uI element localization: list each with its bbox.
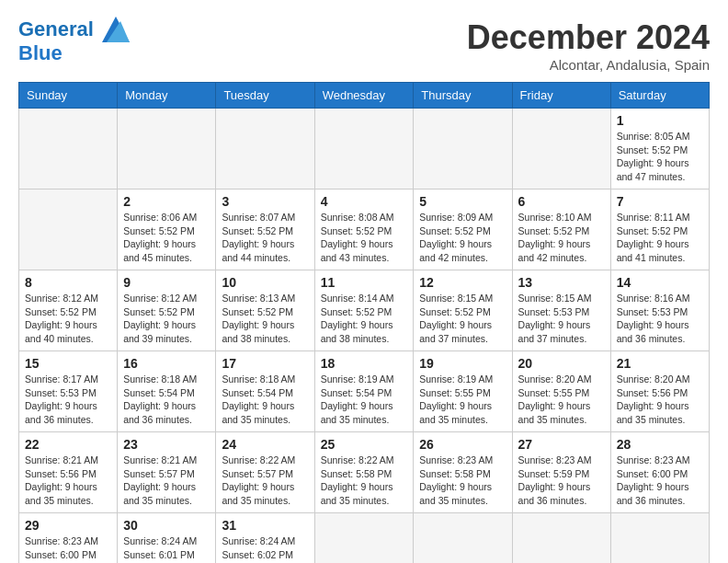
day-number: 22	[25, 437, 111, 452]
calendar-day: 26Sunrise: 8:23 AMSunset: 5:58 PMDayligh…	[414, 432, 512, 513]
empty-cell	[118, 109, 216, 190]
header-tuesday: Tuesday	[216, 83, 314, 109]
day-info: Sunrise: 8:22 AMSunset: 5:57 PMDaylight:…	[222, 454, 295, 506]
day-number: 20	[518, 356, 605, 371]
day-number: 10	[222, 275, 308, 290]
week-row: 1Sunrise: 8:05 AMSunset: 5:52 PMDaylight…	[19, 109, 710, 190]
calendar: SundayMondayTuesdayWednesdayThursdayFrid…	[18, 82, 710, 563]
week-row: 15Sunrise: 8:17 AMSunset: 5:53 PMDayligh…	[19, 351, 710, 432]
day-number: 25	[321, 437, 408, 452]
calendar-day: 27Sunrise: 8:23 AMSunset: 5:59 PMDayligh…	[512, 432, 610, 513]
day-info: Sunrise: 8:16 AMSunset: 5:53 PMDaylight:…	[617, 293, 690, 344]
calendar-day: 29Sunrise: 8:23 AMSunset: 6:00 PMDayligh…	[19, 513, 118, 564]
day-number: 16	[123, 356, 210, 371]
day-number: 29	[25, 518, 111, 533]
day-info: Sunrise: 8:09 AMSunset: 5:52 PMDaylight:…	[419, 212, 493, 263]
day-info: Sunrise: 8:05 AMSunset: 5:52 PMDaylight:…	[617, 131, 690, 182]
day-info: Sunrise: 8:23 AMSunset: 6:00 PMDaylight:…	[25, 535, 98, 563]
calendar-day: 5Sunrise: 8:09 AMSunset: 5:52 PMDaylight…	[414, 190, 512, 270]
month-title: December 2024	[467, 18, 710, 57]
empty-cell	[414, 109, 512, 190]
day-number: 5	[419, 194, 506, 209]
empty-cell	[314, 109, 414, 190]
header-wednesday: Wednesday	[314, 83, 414, 109]
week-row: 29Sunrise: 8:23 AMSunset: 6:00 PMDayligh…	[19, 513, 710, 564]
calendar-day: 31Sunrise: 8:24 AMSunset: 6:02 PMDayligh…	[216, 513, 314, 564]
calendar-day: 14Sunrise: 8:16 AMSunset: 5:53 PMDayligh…	[610, 270, 709, 351]
calendar-header-row: SundayMondayTuesdayWednesdayThursdayFrid…	[19, 83, 710, 109]
day-info: Sunrise: 8:24 AMSunset: 6:01 PMDaylight:…	[123, 535, 197, 563]
week-row: 8Sunrise: 8:12 AMSunset: 5:52 PMDaylight…	[19, 270, 710, 351]
calendar-day: 10Sunrise: 8:13 AMSunset: 5:52 PMDayligh…	[216, 270, 314, 351]
calendar-day: 8Sunrise: 8:12 AMSunset: 5:52 PMDaylight…	[19, 270, 118, 351]
day-number: 2	[123, 194, 210, 209]
calendar-day: 12Sunrise: 8:15 AMSunset: 5:52 PMDayligh…	[414, 270, 512, 351]
day-number: 28	[617, 437, 703, 452]
calendar-day: 25Sunrise: 8:22 AMSunset: 5:58 PMDayligh…	[314, 432, 414, 513]
day-info: Sunrise: 8:21 AMSunset: 5:56 PMDaylight:…	[25, 454, 98, 506]
calendar-day: 2Sunrise: 8:06 AMSunset: 5:52 PMDaylight…	[118, 190, 216, 270]
calendar-day: 7Sunrise: 8:11 AMSunset: 5:52 PMDaylight…	[610, 190, 709, 270]
day-info: Sunrise: 8:23 AMSunset: 5:58 PMDaylight:…	[419, 454, 493, 506]
calendar-day: 13Sunrise: 8:15 AMSunset: 5:53 PMDayligh…	[512, 270, 610, 351]
day-number: 19	[419, 356, 506, 371]
empty-cell	[414, 513, 512, 564]
calendar-day: 11Sunrise: 8:14 AMSunset: 5:52 PMDayligh…	[314, 270, 414, 351]
day-info: Sunrise: 8:08 AMSunset: 5:52 PMDaylight:…	[321, 212, 394, 263]
calendar-day: 19Sunrise: 8:19 AMSunset: 5:55 PMDayligh…	[414, 351, 512, 432]
header-monday: Monday	[118, 83, 216, 109]
week-row: 22Sunrise: 8:21 AMSunset: 5:56 PMDayligh…	[19, 432, 710, 513]
day-number: 8	[25, 275, 111, 290]
day-info: Sunrise: 8:19 AMSunset: 5:55 PMDaylight:…	[419, 373, 493, 425]
header-thursday: Thursday	[414, 83, 512, 109]
day-number: 31	[222, 518, 308, 533]
week-row: 2Sunrise: 8:06 AMSunset: 5:52 PMDaylight…	[19, 190, 710, 270]
calendar-day: 18Sunrise: 8:19 AMSunset: 5:54 PMDayligh…	[314, 351, 414, 432]
calendar-day: 4Sunrise: 8:08 AMSunset: 5:52 PMDaylight…	[314, 190, 414, 270]
day-info: Sunrise: 8:06 AMSunset: 5:52 PMDaylight:…	[123, 212, 197, 263]
day-number: 24	[222, 437, 308, 452]
day-info: Sunrise: 8:18 AMSunset: 5:54 PMDaylight:…	[222, 373, 295, 425]
logo-text: General	[18, 18, 130, 42]
calendar-day: 1Sunrise: 8:05 AMSunset: 5:52 PMDaylight…	[610, 109, 709, 190]
empty-cell	[19, 190, 118, 270]
calendar-day: 23Sunrise: 8:21 AMSunset: 5:57 PMDayligh…	[118, 432, 216, 513]
day-number: 26	[419, 437, 506, 452]
day-info: Sunrise: 8:14 AMSunset: 5:52 PMDaylight:…	[321, 293, 394, 344]
empty-cell	[19, 109, 118, 190]
day-number: 13	[518, 275, 605, 290]
calendar-day: 9Sunrise: 8:12 AMSunset: 5:52 PMDaylight…	[118, 270, 216, 351]
day-info: Sunrise: 8:23 AMSunset: 5:59 PMDaylight:…	[518, 454, 592, 506]
empty-cell	[512, 109, 610, 190]
day-number: 7	[617, 194, 703, 209]
calendar-day: 22Sunrise: 8:21 AMSunset: 5:56 PMDayligh…	[19, 432, 118, 513]
day-info: Sunrise: 8:15 AMSunset: 5:53 PMDaylight:…	[518, 293, 592, 344]
location: Alcontar, Andalusia, Spain	[467, 57, 710, 73]
day-number: 17	[222, 356, 308, 371]
day-info: Sunrise: 8:11 AMSunset: 5:52 PMDaylight:…	[617, 212, 690, 263]
calendar-day: 24Sunrise: 8:22 AMSunset: 5:57 PMDayligh…	[216, 432, 314, 513]
day-number: 6	[518, 194, 605, 209]
logo: General Blue	[18, 18, 130, 64]
day-info: Sunrise: 8:23 AMSunset: 6:00 PMDaylight:…	[617, 454, 690, 506]
day-info: Sunrise: 8:22 AMSunset: 5:58 PMDaylight:…	[321, 454, 394, 506]
logo-line2: Blue	[18, 42, 130, 64]
day-info: Sunrise: 8:15 AMSunset: 5:52 PMDaylight:…	[419, 293, 493, 344]
calendar-day: 21Sunrise: 8:20 AMSunset: 5:56 PMDayligh…	[610, 351, 709, 432]
page-header: General Blue December 2024 Alcontar, And…	[18, 18, 710, 73]
day-number: 23	[123, 437, 210, 452]
day-number: 11	[321, 275, 408, 290]
empty-cell	[314, 513, 414, 564]
calendar-day: 28Sunrise: 8:23 AMSunset: 6:00 PMDayligh…	[610, 432, 709, 513]
day-number: 14	[617, 275, 703, 290]
day-info: Sunrise: 8:10 AMSunset: 5:52 PMDaylight:…	[518, 212, 592, 263]
day-info: Sunrise: 8:18 AMSunset: 5:54 PMDaylight:…	[123, 373, 197, 425]
calendar-day: 30Sunrise: 8:24 AMSunset: 6:01 PMDayligh…	[118, 513, 216, 564]
day-info: Sunrise: 8:21 AMSunset: 5:57 PMDaylight:…	[123, 454, 197, 506]
calendar-day: 3Sunrise: 8:07 AMSunset: 5:52 PMDaylight…	[216, 190, 314, 270]
calendar-day: 6Sunrise: 8:10 AMSunset: 5:52 PMDaylight…	[512, 190, 610, 270]
title-block: December 2024 Alcontar, Andalusia, Spain	[467, 18, 710, 73]
day-info: Sunrise: 8:13 AMSunset: 5:52 PMDaylight:…	[222, 293, 295, 344]
empty-cell	[216, 109, 314, 190]
empty-cell	[610, 513, 709, 564]
